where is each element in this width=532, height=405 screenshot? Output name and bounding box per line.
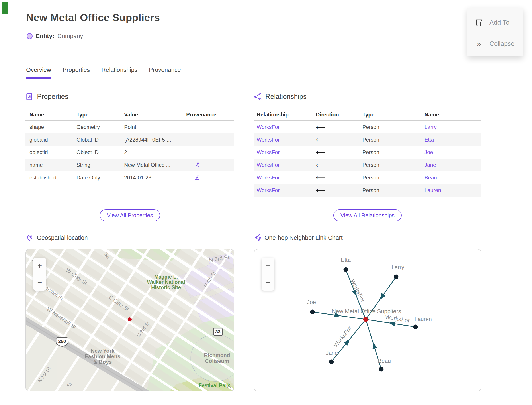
map-entity-marker[interactable] xyxy=(128,317,132,321)
properties-icon xyxy=(26,93,33,101)
relationship-link[interactable]: WorksFor xyxy=(254,187,316,193)
relationship-link[interactable]: WorksFor xyxy=(254,175,316,181)
graph-edge-label: WorksFor xyxy=(385,314,411,324)
geospatial-section-header: Geospatial location xyxy=(26,234,88,241)
provenance-flag-icon[interactable] xyxy=(194,161,200,169)
tab-provenance[interactable]: Provenance xyxy=(149,67,181,79)
window-accent xyxy=(2,2,8,14)
direction-arrow: ⟵ xyxy=(316,174,362,182)
geospatial-map[interactable]: + − xyxy=(26,249,234,392)
properties-section-title: Properties xyxy=(37,93,68,101)
graph-node-label: Jane xyxy=(326,350,338,356)
map-canvas[interactable]: k Rd W Clay St Sa arshall St W Marshall … xyxy=(26,249,234,391)
table-row: WorksFor ⟵ Person Joe xyxy=(254,146,481,159)
provenance-flag-icon[interactable] xyxy=(194,174,200,182)
col-relationship: Relationship xyxy=(254,112,316,118)
entity-link[interactable]: Etta xyxy=(425,137,481,143)
route-shield-250: 250 xyxy=(56,338,68,346)
link-chart-canvas[interactable]: WorksForWorksForWorksForEttaLarryJoeLaur… xyxy=(254,249,481,391)
col-name: Name xyxy=(425,112,481,118)
tab-relationships[interactable]: Relationships xyxy=(101,67,137,79)
graph-node-beau[interactable] xyxy=(379,367,384,371)
graph-arrow xyxy=(371,342,377,349)
add-to-label: Add To xyxy=(489,19,509,26)
link-chart[interactable]: + − WorksForWorksForWorksForEttaLarryJoe… xyxy=(254,249,481,392)
place-label: Fashion Mens xyxy=(85,353,120,359)
entity-link[interactable]: Larry xyxy=(425,124,481,130)
place-label: Coliseum xyxy=(205,358,229,364)
graph-node-jane[interactable] xyxy=(329,359,334,364)
svg-text:250: 250 xyxy=(58,339,66,344)
entity-link[interactable]: Beau xyxy=(425,175,481,181)
col-direction: Direction xyxy=(316,112,362,118)
tab-bar: Overview Properties Relationships Proven… xyxy=(26,67,181,79)
map-zoom-control: + − xyxy=(33,258,46,290)
context-menu: Add To » Collapse xyxy=(467,8,523,56)
linkchart-section-header: One-hop Neighbor Link Chart xyxy=(254,234,343,241)
col-name: Name xyxy=(26,112,76,118)
relationships-section-header: Relationships xyxy=(254,93,306,101)
map-zoom-in-button[interactable]: + xyxy=(33,258,46,274)
route-shield-33: 33 xyxy=(213,328,222,335)
place-label: Festival Park xyxy=(199,383,230,388)
entity-link[interactable]: Joe xyxy=(425,149,481,155)
entity-label: Entity: xyxy=(36,33,54,40)
view-all-relationships-button[interactable]: View All Relationships xyxy=(333,209,402,221)
add-to-button[interactable]: Add To xyxy=(467,14,523,31)
map-zoom-out-button[interactable]: − xyxy=(33,274,46,291)
graph-node-label: Lauren xyxy=(414,316,432,322)
relationships-table-header: Relationship Direction Type Name xyxy=(254,109,481,121)
view-all-properties-button[interactable]: View All Properties xyxy=(100,209,160,221)
place-label: Richmond xyxy=(204,352,230,358)
graph-node-label: Beau xyxy=(378,358,391,364)
graph-edge-label: WorksFor xyxy=(332,325,353,348)
place-label: Walker National xyxy=(147,279,185,285)
relationship-link[interactable]: WorksFor xyxy=(254,137,316,143)
relationship-link[interactable]: WorksFor xyxy=(254,149,316,155)
chart-zoom-control: + − xyxy=(262,258,274,290)
svg-text:33: 33 xyxy=(215,329,220,334)
properties-table: Name Type Value Provenance shape Geometr… xyxy=(26,109,234,184)
relationship-link[interactable]: WorksFor xyxy=(254,124,316,130)
relationships-section-title: Relationships xyxy=(265,93,306,101)
relationships-icon xyxy=(254,93,262,101)
direction-arrow: ⟵ xyxy=(316,186,362,194)
table-row: name String New Metal Office ... xyxy=(26,159,234,171)
collapse-label: Collapse xyxy=(489,40,514,47)
table-row: WorksFor ⟵ Person Etta xyxy=(254,133,481,146)
graph-node-larry[interactable] xyxy=(394,275,399,279)
graph-node-label: Etta xyxy=(341,257,351,263)
linkchart-section-title: One-hop Neighbor Link Chart xyxy=(265,234,343,241)
table-row: globalid Global ID {A228944F-0EF5-... xyxy=(26,133,234,146)
entity-row: Entity: Company xyxy=(27,33,83,40)
chart-zoom-out-button[interactable]: − xyxy=(262,274,274,291)
direction-arrow: ⟵ xyxy=(316,123,362,131)
place-label: & Boys xyxy=(93,359,112,365)
tab-properties[interactable]: Properties xyxy=(63,67,90,79)
graph-node-joe[interactable] xyxy=(310,310,315,314)
col-type: Type xyxy=(76,112,124,118)
entity-link[interactable]: Jane xyxy=(425,162,481,168)
collapse-button[interactable]: » Collapse xyxy=(467,35,523,52)
map-pin-icon xyxy=(26,234,33,241)
one-hop-icon xyxy=(254,234,261,241)
table-row: WorksFor ⟵ Person Lauren xyxy=(254,184,481,196)
chart-zoom-in-button[interactable]: + xyxy=(262,258,274,274)
table-row: shape Geometry Point xyxy=(26,121,234,133)
geospatial-section-title: Geospatial location xyxy=(37,234,88,241)
add-to-icon xyxy=(475,18,483,27)
graph-node-center[interactable] xyxy=(363,317,368,322)
col-value: Value xyxy=(124,112,186,118)
properties-table-header: Name Type Value Provenance xyxy=(26,109,234,121)
entity-link[interactable]: Lauren xyxy=(425,187,481,193)
place-label: Historic Site xyxy=(151,284,181,290)
graph-node-lauren[interactable] xyxy=(413,325,418,329)
place-label: New York xyxy=(91,348,115,354)
properties-section-header: Properties xyxy=(26,93,68,101)
graph-node-label: Joe xyxy=(307,299,316,305)
table-row: established Date Only 2014-01-23 xyxy=(26,171,234,184)
relationship-link[interactable]: WorksFor xyxy=(254,162,316,168)
graph-node-etta[interactable] xyxy=(344,268,348,272)
tab-overview[interactable]: Overview xyxy=(26,67,51,79)
direction-arrow: ⟵ xyxy=(316,136,362,143)
